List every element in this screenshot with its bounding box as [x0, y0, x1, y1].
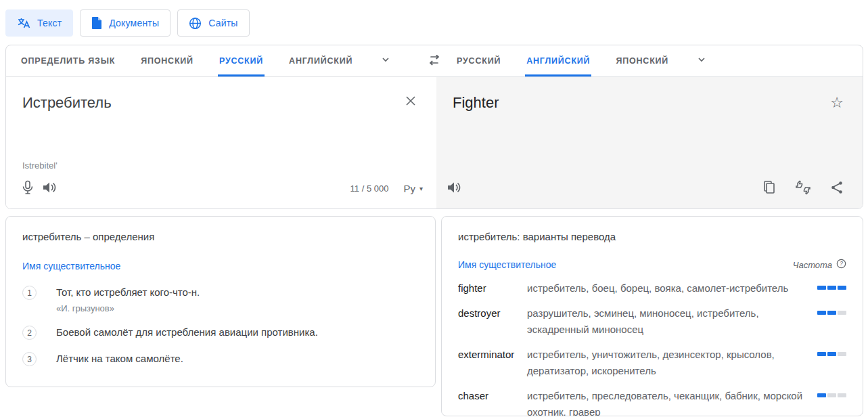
definition-text: Лётчик на таком самолёте.	[56, 351, 183, 366]
document-icon	[91, 17, 102, 29]
tab-target-russian[interactable]: РУССКИЙ	[455, 45, 502, 76]
google-translate-page: Текст Документы Сайты	[0, 0, 868, 417]
definition-number: 2	[22, 326, 37, 340]
translation-options-list: fighter истребитель, боец, борец, вояка,…	[458, 280, 846, 416]
clear-source-button[interactable]	[400, 91, 421, 112]
close-icon	[405, 95, 417, 109]
source-language-dropdown[interactable]	[377, 45, 394, 76]
tab-source-russian[interactable]: РУССКИЙ	[218, 45, 265, 76]
translation-row: chaser истребитель, преследователь, чека…	[458, 388, 846, 416]
save-translation-button[interactable]: ☆	[826, 92, 848, 114]
copy-translation-button[interactable]	[758, 177, 780, 199]
rate-translation-icon	[795, 180, 811, 197]
translation-row: fighter истребитель, боец, борец, вояка,…	[458, 280, 846, 297]
translation-text: Fighter	[453, 93, 499, 112]
copy-icon	[762, 180, 776, 197]
translation-word[interactable]: destroyer	[458, 305, 527, 322]
definition-item: 3 Лётчик на таком самолёте.	[22, 351, 419, 366]
target-language-dropdown[interactable]	[693, 45, 710, 76]
translation-word[interactable]: chaser	[458, 388, 527, 404]
rate-translation-button[interactable]	[792, 177, 814, 199]
translate-icon	[17, 16, 30, 30]
nav-tab-documents-label: Документы	[109, 18, 159, 28]
tab-target-japanese[interactable]: ЯПОНСКИЙ	[614, 45, 670, 76]
char-counter: 11 / 5 000	[350, 183, 389, 194]
definitions-card: истребитель – определения Имя существите…	[5, 216, 436, 387]
speaker-icon	[42, 181, 57, 196]
definition-example: «И. грызунов»	[56, 303, 200, 313]
details-section: истребитель – определения Имя существите…	[5, 216, 863, 416]
definitions-list: 1 Тот, кто истребляет кого-что-н. «И. гр…	[22, 285, 419, 366]
source-language-tabs: ОПРЕДЕЛИТЬ ЯЗЫК ЯПОНСКИЙ РУССКИЙ АНГЛИЙС…	[6, 45, 427, 76]
dropdown-caret-icon: ▾	[419, 185, 423, 192]
help-icon[interactable]: ?	[836, 259, 846, 271]
tab-target-english[interactable]: АНГЛИЙСКИЙ	[525, 45, 591, 76]
target-language-tabs: РУССКИЙ АНГЛИЙСКИЙ ЯПОНСКИЙ	[427, 45, 863, 76]
frequency-bars	[817, 286, 846, 290]
swap-languages-button[interactable]	[424, 50, 445, 72]
definitions-part-of-speech: Имя существительное	[22, 261, 419, 271]
nav-tab-text[interactable]: Текст	[5, 9, 73, 37]
mic-icon	[21, 180, 35, 197]
transliteration-text: Istrebitel'	[6, 160, 436, 175]
listen-source-button[interactable]	[39, 177, 60, 199]
nav-tab-sites-label: Сайты	[208, 18, 237, 28]
source-toolbar: 11 / 5 000 Ру ▾	[6, 175, 436, 208]
translation-meanings[interactable]: истребитель, преследователь, чеканщик, б…	[527, 388, 817, 416]
translate-card: ОПРЕДЕЛИТЬ ЯЗЫК ЯПОНСКИЙ РУССКИЙ АНГЛИЙС…	[5, 45, 863, 209]
nav-tab-sites[interactable]: Сайты	[177, 9, 249, 37]
definition-text: Боевой самолёт для истребления авиации п…	[56, 325, 318, 339]
chevron-down-icon	[697, 55, 706, 67]
definition-item: 1 Тот, кто истребляет кого-что-н. «И. гр…	[22, 285, 419, 313]
translations-title: истребитель: варианты перевода	[458, 231, 846, 242]
translation-meanings[interactable]: истребитель, уничтожитель, дезинсектор, …	[527, 347, 817, 379]
translation-row: destroyer разрушитель, эсминец, миноносе…	[458, 305, 846, 338]
svg-text:?: ?	[840, 260, 843, 267]
translation-meanings[interactable]: разрушитель, эсминец, миноносец, истреби…	[527, 305, 817, 338]
frequency-bars	[817, 352, 846, 356]
swap-languages-icon	[427, 55, 442, 68]
definition-number: 3	[22, 352, 37, 366]
language-bar: ОПРЕДЕЛИТЬ ЯЗЫК ЯПОНСКИЙ РУССКИЙ АНГЛИЙС…	[6, 45, 863, 77]
mic-button[interactable]	[17, 177, 39, 199]
tab-source-japanese[interactable]: ЯПОНСКИЙ	[139, 45, 195, 76]
translations-part-of-speech: Имя существительное	[458, 259, 556, 270]
target-toolbar	[436, 175, 863, 208]
source-pane: Истребитель Istrebitel'	[6, 77, 436, 208]
tab-source-english[interactable]: АНГЛИЙСКИЙ	[288, 45, 354, 76]
definition-text: Тот, кто истребляет кого-что-н.	[56, 285, 200, 299]
translation-meanings[interactable]: истребитель, боец, борец, вояка, самолет…	[527, 280, 817, 297]
source-text-input[interactable]: Истребитель	[22, 93, 112, 112]
translations-card: истребитель: варианты перевода Имя сущес…	[441, 216, 863, 416]
app-nav: Текст Документы Сайты	[0, 0, 868, 37]
target-pane: Fighter ☆	[436, 77, 863, 208]
input-method-button[interactable]: Ру ▾	[403, 183, 423, 194]
frequency-label: Частота ?	[793, 259, 846, 271]
translation-row: exterminator истребитель, уничтожитель, …	[458, 347, 846, 379]
frequency-label-text: Частота	[793, 260, 832, 270]
speaker-icon	[447, 181, 461, 196]
tab-detect-language[interactable]: ОПРЕДЕЛИТЬ ЯЗЫК	[20, 45, 116, 76]
frequency-bars	[817, 311, 846, 315]
globe-icon	[189, 17, 202, 30]
listen-translation-button[interactable]	[443, 177, 465, 199]
chevron-down-icon	[381, 55, 390, 67]
share-translation-button[interactable]	[826, 177, 848, 199]
star-icon: ☆	[830, 95, 844, 110]
input-method-label: Ру	[403, 183, 415, 194]
definition-number: 1	[22, 286, 37, 300]
frequency-bars	[817, 393, 846, 397]
share-icon	[830, 181, 844, 196]
nav-tab-text-label: Текст	[37, 18, 62, 28]
definition-item: 2 Боевой самолёт для истребления авиации…	[22, 325, 419, 340]
nav-tab-documents[interactable]: Документы	[80, 9, 170, 37]
definitions-title: истребитель – определения	[22, 231, 419, 242]
translation-word[interactable]: exterminator	[458, 347, 527, 363]
translate-panes: Истребитель Istrebitel'	[6, 77, 863, 208]
translation-word[interactable]: fighter	[458, 280, 527, 297]
